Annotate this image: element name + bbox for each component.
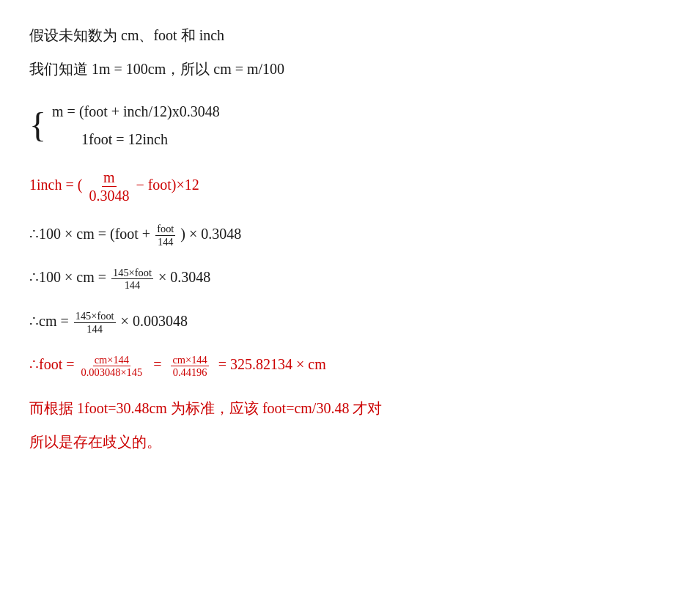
step3-prefix: ∴cm = bbox=[29, 313, 69, 329]
step3-line: ∴cm = 145×foot 144 × 0.003048 bbox=[29, 308, 671, 335]
step3-frac-den: 144 bbox=[85, 323, 104, 336]
note-line-2-text: 所以是存在歧义的。 bbox=[29, 434, 161, 450]
brace-symbol: { bbox=[29, 108, 46, 143]
step1-frac-den: 144 bbox=[156, 236, 175, 248]
red-inch-suffix: − foot)×12 bbox=[136, 177, 199, 193]
step2-frac-den: 144 bbox=[123, 279, 142, 292]
step2-prefix: ∴100 × cm = bbox=[29, 269, 106, 285]
step4-eq2: = bbox=[153, 356, 161, 372]
step1-line: ∴100 × cm = (foot + foot 144 ) × 0.3048 bbox=[29, 221, 671, 248]
red-frac-denominator: 0.3048 bbox=[87, 187, 130, 204]
step2-frac-num: 145×foot bbox=[111, 267, 153, 280]
step4-frac1-num: cm×144 bbox=[93, 354, 130, 367]
step1-frac-num: foot bbox=[155, 223, 175, 236]
step4-frac2-den: 0.44196 bbox=[172, 366, 209, 379]
note-line-1: 而根据 1foot=30.48cm 为标准，应该 foot=cm/30.48 才… bbox=[29, 395, 671, 421]
step3-suffix: × 0.003048 bbox=[121, 313, 188, 329]
step1-fraction: foot 144 bbox=[155, 223, 175, 248]
note-line-2: 所以是存在歧义的。 bbox=[29, 429, 671, 455]
step4-frac1-den: 0.003048×145 bbox=[80, 366, 144, 379]
brace-eq2-text: 1foot = 12inch bbox=[81, 131, 168, 147]
line-1: 假设未知数为 cm、foot 和 inch bbox=[29, 22, 671, 48]
step4-suffix: = 325.82134 × cm bbox=[218, 356, 326, 372]
brace-eq1-text: m = (foot + inch/12)x0.3048 bbox=[52, 103, 220, 119]
step4-line: ∴foot = cm×144 0.003048×145 = cm×144 0.4… bbox=[29, 351, 671, 378]
brace-lines: m = (foot + inch/12)x0.3048 1foot = 12in… bbox=[52, 98, 220, 152]
brace-line-2: 1foot = 12inch bbox=[81, 126, 220, 152]
step1-prefix: ∴100 × cm = (foot + bbox=[29, 226, 150, 242]
step2-fraction: 145×foot 144 bbox=[111, 267, 153, 292]
line-2-text: 我们知道 1m = 100cm，所以 cm = m/100 bbox=[29, 61, 284, 77]
brace-line-1: m = (foot + inch/12)x0.3048 bbox=[52, 98, 220, 125]
step1-suffix: ) × 0.3048 bbox=[180, 226, 241, 242]
step2-line: ∴100 × cm = 145×foot 144 × 0.3048 bbox=[29, 264, 671, 291]
line-1-text: 假设未知数为 cm、foot 和 inch bbox=[29, 27, 224, 43]
step4-prefix: ∴foot = bbox=[29, 356, 75, 372]
step4-frac2-num: cm×144 bbox=[171, 354, 208, 367]
red-inch-prefix: 1inch = ( bbox=[29, 177, 82, 193]
brace-system: { m = (foot + inch/12)x0.3048 1foot = 12… bbox=[29, 98, 671, 152]
step3-fraction: 145×foot 144 bbox=[74, 310, 116, 335]
step2-suffix: × 0.3048 bbox=[158, 269, 210, 285]
red-inch-fraction: m 0.3048 bbox=[87, 169, 130, 204]
note-line-1-text: 而根据 1foot=30.48cm 为标准，应该 foot=cm/30.48 才… bbox=[29, 400, 382, 416]
step3-frac-num: 145×foot bbox=[74, 310, 116, 323]
page-content: 假设未知数为 cm、foot 和 inch 我们知道 1m = 100cm，所以… bbox=[29, 22, 671, 455]
step4-fraction1: cm×144 0.003048×145 bbox=[80, 354, 144, 379]
line-2: 我们知道 1m = 100cm，所以 cm = m/100 bbox=[29, 56, 671, 82]
red-inch-line: 1inch = ( m 0.3048 − foot)×12 bbox=[29, 169, 671, 204]
step4-fraction2: cm×144 0.44196 bbox=[171, 354, 208, 379]
red-frac-numerator: m bbox=[102, 169, 117, 187]
